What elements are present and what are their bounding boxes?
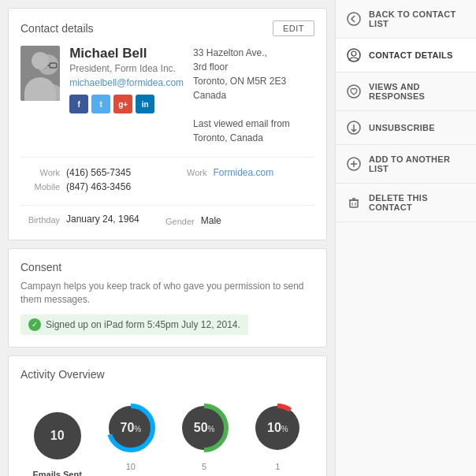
sidebar-item-delete-contact[interactable]: DELETE THIS CONTACT (336, 184, 476, 222)
activity-circles: 10 Emails Sent 70% 10 Views (20, 392, 314, 476)
contact-details-label: CONTACT DETAILS (369, 50, 453, 60)
contact-phone-grid: Work (416) 565-7345 Mobile (847) 463-345… (20, 157, 314, 195)
emails-sent-value: 10 (50, 429, 65, 443)
consent-title: Consent (20, 261, 314, 273)
work-phone-row: Work (416) 565-7345 (20, 167, 168, 178)
contact-job-title: President, Form Idea Inc. (69, 63, 184, 74)
emails-sent-label: Emails Sent (32, 470, 81, 476)
svg-point-5 (32, 84, 60, 101)
views-subvalue: 10 (126, 462, 136, 471)
sidebar-item-add-to-list[interactable]: ADD TO ANOTHER LIST (336, 145, 476, 184)
right-sidebar: BACK TO CONTACT LIST CONTACT DETAILS VIE… (335, 0, 476, 476)
consent-badge: ✓ Signed up on iPad form 5:45pm July 12,… (20, 314, 248, 335)
views-responses-label: VIEWS AND RESPONSES (369, 82, 465, 101)
details-right: Work Formidea.com (168, 167, 315, 195)
twitter-icon[interactable]: t (91, 95, 110, 113)
negative-value: 10% (267, 421, 288, 435)
birthday-gender-row: Birthday January 24, 1964 Gender Male (20, 205, 314, 228)
unsubscribe-label: UNSUBSCRIBE (369, 123, 435, 132)
details-left: Work (416) 565-7345 Mobile (847) 463-345… (20, 167, 168, 195)
consent-check-icon: ✓ (28, 318, 41, 331)
negative-donut: 10% (250, 400, 305, 456)
svg-point-15 (351, 51, 356, 56)
contact-address: 33 Hazelton Ave., 3rd floor Toronto, ON … (193, 46, 314, 145)
activity-card: Activity Overview 10 Emails Sent (8, 355, 327, 476)
svg-point-16 (348, 85, 360, 98)
trash-icon (347, 195, 361, 210)
svg-point-1 (38, 54, 58, 75)
work-url-row: Work Formidea.com (168, 167, 315, 178)
emails-sent-donut: 10 (30, 408, 85, 463)
mobile-phone-row: Mobile (847) 463-3456 (20, 181, 168, 192)
card-title: Contact details (20, 22, 94, 35)
views-circle: 70% 10 Views (103, 400, 158, 476)
positive-value: 50% (194, 421, 215, 435)
views-value: 70% (121, 421, 142, 435)
back-label: BACK TO CONTACT LIST (369, 9, 465, 28)
negative-circle: 10% 1 Negative (250, 400, 305, 476)
svg-rect-0 (20, 46, 60, 101)
person-icon (347, 48, 361, 62)
arrow-left-icon (347, 12, 361, 26)
avatar-svg (20, 46, 60, 101)
sidebar-item-back[interactable]: BACK TO CONTACT LIST (336, 0, 476, 39)
googleplus-icon[interactable]: g+ (113, 95, 132, 113)
consent-card: Consent Campayn helps you keep track of … (8, 248, 327, 348)
contact-name: Michael Bell (69, 46, 184, 61)
avatar (20, 46, 60, 101)
views-donut: 70% (103, 400, 158, 456)
social-icons: f t g+ in (69, 95, 184, 113)
plus-circle-icon (347, 157, 361, 171)
svg-rect-2 (39, 63, 46, 68)
positive-circle: 50% 5 Positive (177, 400, 232, 476)
edit-button[interactable]: EDIT (273, 20, 314, 36)
contact-details-card: Contact details EDIT (8, 8, 327, 240)
consent-description: Campayn helps you keep track of who gave… (20, 280, 314, 307)
add-to-list-label: ADD TO ANOTHER LIST (369, 154, 465, 173)
delete-contact-label: DELETE THIS CONTACT (369, 193, 465, 212)
contact-info-row: Michael Bell President, Form Idea Inc. m… (20, 46, 314, 145)
positive-donut: 50% (177, 400, 232, 456)
svg-point-13 (348, 13, 360, 25)
birthday-row-item: Birthday January 24, 1964 (20, 214, 139, 225)
sidebar-item-views-responses[interactable]: VIEWS AND RESPONSES (336, 73, 476, 111)
negative-subvalue: 1 (275, 462, 280, 471)
main-panel: Contact details EDIT (0, 0, 335, 476)
contact-name-section: Michael Bell President, Form Idea Inc. m… (69, 46, 184, 145)
card-header: Contact details EDIT (20, 20, 314, 36)
emails-sent-circle: 10 Emails Sent (30, 408, 85, 476)
positive-subvalue: 5 (202, 462, 206, 471)
contact-email: michaelbell@formidea.com (69, 77, 184, 88)
heart-icon (347, 84, 361, 99)
sidebar-item-contact-details[interactable]: CONTACT DETAILS (336, 39, 476, 73)
activity-title: Activity Overview (20, 368, 314, 381)
sidebar-item-unsubscribe[interactable]: UNSUBSCRIBE (336, 111, 476, 145)
linkedin-icon[interactable]: in (136, 95, 154, 113)
svg-rect-22 (350, 200, 358, 207)
facebook-icon[interactable]: f (69, 95, 88, 113)
gender-section: Gender Male (139, 214, 314, 228)
consent-badge-text: Signed up on iPad form 5:45pm July 12, 2… (46, 319, 240, 330)
exit-icon (347, 121, 361, 135)
